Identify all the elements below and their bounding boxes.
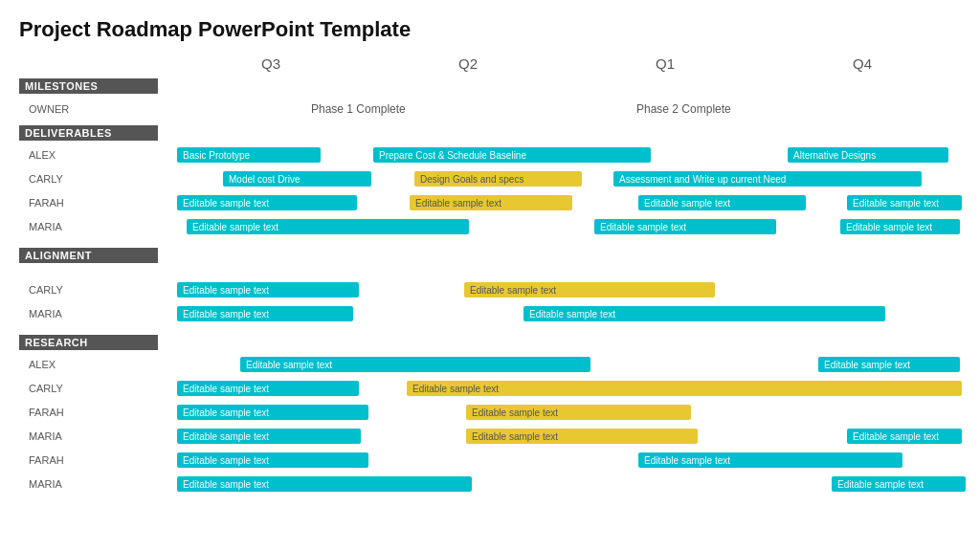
deliverables-maria-row: MARIA Editable sample text Editable samp…	[19, 216, 961, 237]
bar: Editable sample text	[818, 357, 960, 372]
alignment-label: ALIGNMENT	[19, 248, 158, 263]
roadmap-grid: MILESTONES OWNER Phase 1 Complete Phase …	[19, 76, 961, 497]
research-section-header: RESEARCH	[19, 332, 961, 353]
bar: Editable sample text	[847, 429, 962, 444]
research-carly-bars: Editable sample text Editable sample tex…	[167, 378, 961, 399]
alignment-maria-row: MARIA Editable sample text Editable samp…	[19, 303, 961, 324]
milestones-section-header: MILESTONES	[19, 76, 961, 97]
deliverables-alex-bars: Basic Prototype Prepare Cost & Schedule …	[167, 144, 961, 165]
research-label: RESEARCH	[19, 335, 158, 350]
bar: Editable sample text	[466, 405, 691, 420]
bar: Editable sample text	[177, 476, 472, 492]
q4-header: Q4	[764, 55, 961, 72]
alignment-empty-row	[19, 267, 961, 276]
deliverables-maria-bars: Editable sample text Editable sample tex…	[167, 216, 961, 237]
bar: Editable sample text	[240, 357, 590, 372]
research-farah2-row: FARAH Editable sample text Editable samp…	[19, 450, 961, 471]
alignment-section-header: ALIGNMENT	[19, 245, 961, 266]
research-maria2-label: MARIA	[19, 478, 167, 490]
deliverables-alex-row: ALEX Basic Prototype Prepare Cost & Sche…	[19, 144, 961, 165]
bar: Editable sample text	[177, 452, 368, 468]
q3-header: Q3	[172, 55, 369, 72]
bar: Editable sample text	[177, 195, 357, 210]
bar: Prepare Cost & Schedule Baseline	[373, 147, 651, 163]
research-maria-label: MARIA	[19, 430, 167, 442]
bar: Editable sample text	[410, 195, 572, 210]
deliverables-carly-bars: Model cost Drive Design Goals and specs …	[167, 168, 961, 189]
bar: Editable sample text	[638, 195, 806, 210]
deliverables-farah-bars: Editable sample text Editable sample tex…	[167, 192, 961, 213]
page-title: Project Roadmap PowerPoint Template	[19, 17, 961, 42]
deliverables-carly-label: CARLY	[19, 173, 167, 185]
phase2-label: Phase 2 Complete	[636, 102, 731, 116]
research-farah2-bars: Editable sample text Editable sample tex…	[167, 450, 961, 471]
deliverables-label: DELIVERABLES	[19, 125, 158, 141]
bar: Editable sample text	[177, 282, 359, 298]
bar: Model cost Drive	[223, 171, 371, 187]
research-alex-label: ALEX	[19, 359, 167, 370]
bar: Editable sample text	[177, 381, 359, 396]
bar: Editable sample text	[840, 219, 960, 234]
research-carly-row: CARLY Editable sample text Editable samp…	[19, 378, 961, 399]
deliverables-farah-row: FARAH Editable sample text Editable samp…	[19, 192, 961, 213]
deliverables-alex-label: ALEX	[19, 149, 167, 161]
owner-row: OWNER Phase 1 Complete Phase 2 Complete	[19, 98, 961, 121]
bar: Design Goals and specs	[414, 171, 582, 187]
alignment-carly-row: CARLY Editable sample text Editable samp…	[19, 279, 961, 300]
research-farah2-label: FARAH	[19, 454, 167, 466]
bar: Editable sample text	[523, 306, 885, 321]
quarters-header: Q3 Q2 Q1 Q4	[172, 55, 961, 72]
q1-header: Q1	[567, 55, 764, 72]
bar: Assessment and Write up current Need	[613, 171, 922, 187]
bar: Editable sample text	[594, 219, 776, 234]
owner-bars: Phase 1 Complete Phase 2 Complete	[167, 99, 961, 120]
bar: Editable sample text	[847, 195, 962, 210]
bar: Editable sample text	[638, 452, 902, 468]
deliverables-section-header: DELIVERABLES	[19, 122, 961, 143]
bar: Editable sample text	[177, 405, 368, 420]
alignment-carly-label: CARLY	[19, 284, 167, 296]
research-maria2-bars: Editable sample text Editable sample tex…	[167, 474, 961, 495]
alignment-maria-label: MARIA	[19, 308, 167, 320]
phase1-label: Phase 1 Complete	[311, 102, 406, 116]
research-carly-label: CARLY	[19, 383, 167, 394]
bar: Editable sample text	[832, 476, 966, 492]
research-alex-bars: Editable sample text Editable sample tex…	[167, 354, 961, 375]
research-maria-row: MARIA Editable sample text Editable samp…	[19, 426, 961, 447]
main-container: Project Roadmap PowerPoint Template Q3 Q…	[0, 0, 980, 507]
research-farah-label: FARAH	[19, 407, 167, 418]
bar: Editable sample text	[466, 429, 698, 444]
bar: Alternative Designs	[788, 147, 948, 163]
alignment-carly-bars: Editable sample text Editable sample tex…	[167, 279, 961, 300]
bar: Editable sample text	[177, 429, 361, 444]
deliverables-carly-row: CARLY Model cost Drive Design Goals and …	[19, 168, 961, 189]
research-maria-bars: Editable sample text Editable sample tex…	[167, 426, 961, 447]
research-maria2-row: MARIA Editable sample text Editable samp…	[19, 474, 961, 495]
bar: Basic Prototype	[177, 147, 321, 163]
bar: Editable sample text	[407, 381, 962, 396]
research-farah-row: FARAH Editable sample text Editable samp…	[19, 402, 961, 423]
deliverables-farah-label: FARAH	[19, 197, 167, 209]
milestones-label: MILESTONES	[19, 78, 158, 94]
research-alex-row: ALEX Editable sample text Editable sampl…	[19, 354, 961, 375]
deliverables-maria-label: MARIA	[19, 221, 167, 232]
owner-label: OWNER	[19, 103, 167, 115]
bar: Editable sample text	[187, 219, 469, 234]
q2-header: Q2	[369, 55, 567, 72]
research-farah-bars: Editable sample text Editable sample tex…	[167, 402, 961, 423]
alignment-maria-bars: Editable sample text Editable sample tex…	[167, 303, 961, 324]
bar: Editable sample text	[177, 306, 353, 321]
bar: Editable sample text	[464, 282, 715, 298]
